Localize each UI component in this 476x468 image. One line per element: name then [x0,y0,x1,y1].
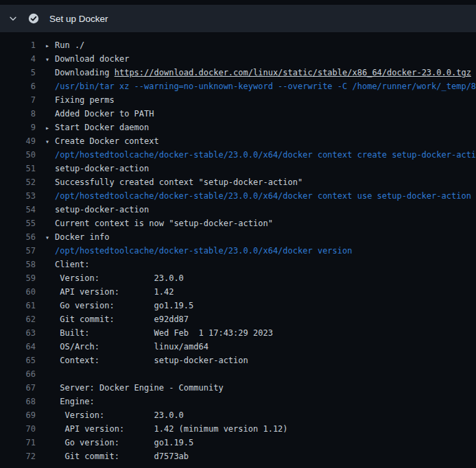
log-line: 63 Built: Wed Feb 1 17:43:29 2023 [0,326,476,340]
log-command-text: /opt/hostedtoolcache/docker-stable/23.0.… [55,191,471,201]
log-line: 6/usr/bin/tar xz --warning=no-unknown-ke… [0,79,476,93]
log-line: 67 Server: Docker Engine - Community [0,381,476,395]
log-line-content: Built: Wed Feb 1 17:43:29 2023 [36,326,273,340]
line-number[interactable]: 51 [0,162,36,175]
step-title: Set up Docker [49,14,108,24]
log-group-header[interactable]: ▾Create Docker context [36,134,159,148]
log-line: 53/opt/hostedtoolcache/docker-stable/23.… [0,189,476,203]
group-expanded-icon[interactable]: ▾ [45,135,55,149]
line-number[interactable]: 68 [0,395,36,408]
log-group-header[interactable]: ▸Start Docker daemon [36,121,149,134]
log-text: Go version: go1.19.5 [55,301,193,310]
line-number[interactable]: 59 [0,271,36,285]
line-number[interactable]: 61 [0,299,36,312]
log-text: Git commit: d7573ab [55,452,189,461]
line-number[interactable]: 57 [0,244,36,258]
log-line-content: Successfully created context "setup-dock… [36,175,302,189]
line-number[interactable]: 70 [0,422,36,436]
log-text: Context: setup-docker-action [55,356,248,365]
log-line: 61 Go version: go1.19.5 [0,299,476,312]
log-text: setup-docker-action [55,205,149,214]
log-group-header[interactable]: ▸Run ./ [36,38,84,52]
log-text: Docker info [55,232,109,242]
line-number[interactable]: 66 [0,367,36,381]
log-line-content: OS/Arch: linux/amd64 [36,340,209,354]
log-command-text: /opt/hostedtoolcache/docker-stable/23.0.… [55,150,476,160]
log-line-content: API version: 1.42 [36,285,174,299]
line-number[interactable]: 49 [0,134,36,148]
log-text: Current context is now "setup-docker-act… [55,219,273,228]
log-group-header[interactable]: ▾Docker info [36,230,109,244]
chevron-down-icon[interactable] [8,14,18,23]
log-link[interactable]: https://download.docker.com/linux/static… [115,68,471,77]
line-number[interactable]: 4 [0,52,36,66]
line-number[interactable]: 71 [0,436,36,449]
log-line: 65 Context: setup-docker-action [0,354,476,367]
line-number[interactable]: 50 [0,148,36,162]
log-line-content: setup-docker-action [36,162,149,175]
log-line-content: /opt/hostedtoolcache/docker-stable/23.0.… [36,148,476,162]
group-collapsed-icon[interactable]: ▸ [45,121,55,135]
line-number[interactable]: 53 [0,189,36,203]
log-line-content: Downloading https://download.docker.com/… [36,66,471,79]
line-number[interactable]: 52 [0,175,36,189]
line-number[interactable]: 55 [0,217,36,230]
group-expanded-icon[interactable]: ▾ [45,231,55,245]
log-line: 49▾Create Docker context [0,134,476,148]
step-header[interactable]: Set up Docker [0,5,476,32]
line-number[interactable]: 7 [0,93,36,107]
log-line-content: Added Docker to PATH [36,107,154,121]
log-text: Built: Wed Feb 1 17:43:29 2023 [55,328,273,338]
line-number[interactable]: 58 [0,258,36,271]
line-number[interactable]: 67 [0,381,36,395]
log-line-content: Engine: [36,395,95,408]
line-number[interactable]: 63 [0,326,36,340]
log-line-content: Version: 23.0.0 [36,408,184,422]
log-command-text: /usr/bin/tar xz --warning=no-unknown-key… [55,82,476,91]
log-line: 66 [0,367,476,381]
line-number[interactable]: 64 [0,340,36,354]
log-line: 9▸Start Docker daemon [0,121,476,134]
line-number[interactable]: 72 [0,449,36,463]
log-line: 70 API version: 1.42 (minimum version 1.… [0,422,476,436]
log-line-content: /opt/hostedtoolcache/docker-stable/23.0.… [36,244,352,258]
line-number[interactable]: 54 [0,203,36,217]
log-line: 64 OS/Arch: linux/amd64 [0,340,476,354]
line-number[interactable]: 8 [0,107,36,121]
log-text: Server: Docker Engine - Community [55,383,224,393]
log-text: Create Docker context [55,136,159,146]
log-line: 51setup-docker-action [0,162,476,175]
log-line: 72 Git commit: d7573ab [0,449,476,463]
log-group-header[interactable]: ▾Download docker [36,52,129,66]
group-collapsed-icon[interactable]: ▸ [45,39,55,53]
log-text: Go version: go1.19.5 [55,438,193,447]
log-text: Client: [55,260,90,269]
log-line-content: /usr/bin/tar xz --warning=no-unknown-key… [36,79,476,93]
line-number[interactable]: 6 [0,79,36,93]
log-line: 71 Go version: go1.19.5 [0,436,476,449]
log-line: 54setup-docker-action [0,203,476,217]
log-line-content: Go version: go1.19.5 [36,436,193,449]
log-line: 55Current context is now "setup-docker-a… [0,217,476,230]
log-line: 58Client: [0,258,476,271]
log-line-content: Go version: go1.19.5 [36,299,193,312]
line-number[interactable]: 69 [0,408,36,422]
line-number[interactable]: 56 [0,230,36,244]
log-line: 60 API version: 1.42 [0,285,476,299]
log-line: 7Fixing perms [0,93,476,107]
success-check-circle-icon [28,13,39,24]
log-text: Run ./ [55,40,84,50]
log-line: 68 Engine: [0,395,476,408]
line-number[interactable]: 1 [0,38,36,52]
line-number[interactable]: 60 [0,285,36,299]
line-number[interactable]: 9 [0,121,36,134]
line-number[interactable]: 62 [0,312,36,326]
log-text: Successfully created context "setup-dock… [55,177,302,187]
line-number[interactable]: 65 [0,354,36,367]
log-line-content: setup-docker-action [36,203,149,217]
log-line-content: Git commit: e92dd87 [36,312,189,326]
line-number[interactable]: 5 [0,66,36,79]
group-expanded-icon[interactable]: ▾ [45,53,55,66]
log-text: Version: 23.0.0 [55,273,184,283]
log-line-content: Fixing perms [36,93,115,107]
